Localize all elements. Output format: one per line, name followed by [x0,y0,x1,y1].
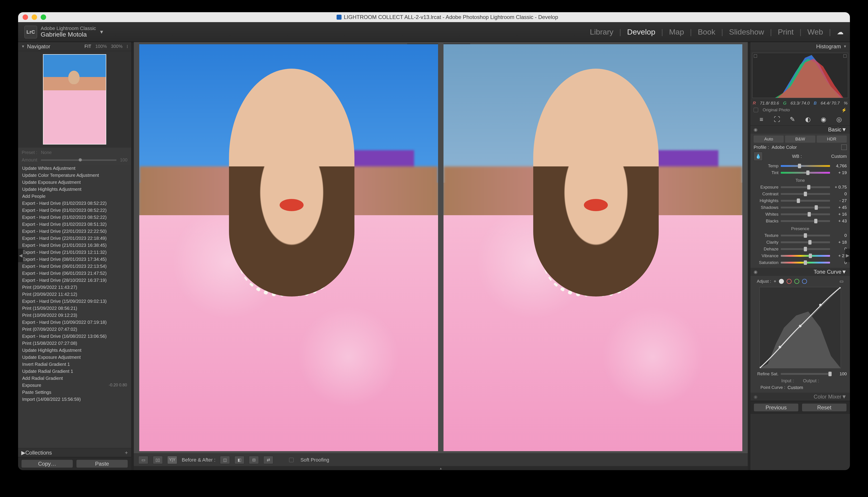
blacks-slider[interactable] [781,220,830,222]
zoom-window-button[interactable] [41,14,46,20]
history-item[interactable]: Update Exposure Adjustment [18,179,131,186]
curve-channel-green[interactable] [794,279,799,284]
module-library[interactable]: Library [590,28,614,37]
history-item[interactable]: Update Highlights Adjustment [18,186,131,193]
original-photo-checkbox[interactable] [754,108,758,112]
ba-swap-button[interactable]: ⇄ [263,456,273,464]
lightning-icon[interactable]: ⚡ [841,108,847,113]
history-item[interactable]: Print (15/08/2022 07:27:08) [18,340,131,347]
history-item[interactable]: Export - Hard Drive (16/08/2022 13:06:56… [18,333,131,340]
history-item[interactable]: Update Radial Gradient 1 [18,368,131,375]
texture-slider[interactable] [781,235,830,237]
history-item[interactable]: Export - Hard Drive (28/10/2022 16:37:19… [18,277,131,284]
left-panel-collapse-handle[interactable]: ◀ [18,248,23,262]
profile-browser-icon[interactable] [841,144,847,150]
saturation-value[interactable]: 0 [832,260,847,265]
history-item[interactable]: Update Exposure Adjustment [18,354,131,361]
cloud-sync-icon[interactable]: ☁ [837,28,844,36]
healing-icon[interactable]: ✎ [788,115,797,124]
histogram-display[interactable] [752,53,848,98]
history-item[interactable]: Exposure-0.20 0.80 [18,382,131,389]
blacks-value[interactable]: + 43 [832,218,847,224]
history-item[interactable]: Export - Hard Drive (01/02/2023 08:51:32… [18,221,131,228]
right-panel-collapse-handle[interactable]: ▶ [845,248,850,262]
tint-slider[interactable] [781,172,830,174]
disclosure-triangle-icon[interactable]: ▶ [21,450,25,456]
zoom-100[interactable]: 100% [95,44,107,49]
previous-button[interactable]: Previous [754,403,799,412]
highlight-clipping-toggle[interactable] [843,54,846,58]
crop-icon[interactable]: ⛶ [773,115,781,124]
history-item[interactable]: Export - Hard Drive (01/02/2023 08:52:22… [18,214,131,221]
history-item[interactable]: Update Whites Adjustment [18,165,131,172]
compare-view-button[interactable]: ▯▯ [153,456,163,464]
curve-channel-rgb[interactable] [779,279,784,284]
wb-eyedropper-icon[interactable]: 💧 [754,152,763,161]
profile-value[interactable]: Adobe Color [772,145,797,150]
radial-gradient-icon[interactable]: ◎ [835,115,843,124]
navigator-thumbnail[interactable] [43,54,106,144]
temp-slider[interactable] [781,165,830,167]
reset-button[interactable]: Reset [802,403,847,412]
history-item[interactable]: Paste Settings [18,389,131,396]
history-item[interactable]: Export - Hard Drive (22/01/2023 22:18:49… [18,235,131,242]
dehaze-value[interactable]: 0 [832,246,847,252]
ba-side-by-side-button[interactable]: ◫ [220,456,230,464]
history-item[interactable]: Print (20/09/2022 11:42:12) [18,291,131,298]
zoom-300[interactable]: 300% [111,44,123,49]
history-item[interactable]: Export - Hard Drive (10/09/2022 07:19:18… [18,319,131,326]
loupe-view-button[interactable]: ▭ [138,456,148,464]
ba-split-button[interactable]: ◧ [234,456,244,464]
soft-proofing-checkbox[interactable] [289,458,294,462]
history-item[interactable]: Update Highlights Adjustment [18,347,131,354]
history-item[interactable]: Add People [18,193,131,200]
whites-value[interactable]: + 16 [832,212,847,217]
zoom-menu-caret-icon[interactable]: ⁞ [127,44,128,49]
vibrance-value[interactable]: + 21 [832,253,847,258]
tone-curve-header[interactable]: ◉ Tone Curve ▼ [750,268,850,276]
curve-mode-icon[interactable]: ▭ [840,279,844,284]
history-item[interactable]: Export - Hard Drive (01/02/2023 08:52:22… [18,200,131,207]
tone-curve-editor[interactable] [759,287,841,368]
highlights-slider[interactable] [781,200,830,202]
copy-button[interactable]: Copy… [21,459,73,468]
panel-visibility-icon[interactable]: ◉ [754,127,757,132]
shadow-clipping-toggle[interactable] [754,54,757,58]
refine-sat-slider[interactable] [781,373,830,375]
vibrance-slider[interactable] [781,255,830,257]
auto-button[interactable]: Auto [754,136,784,143]
ba-top-bottom-button[interactable]: ⊟ [249,456,259,464]
history-item[interactable]: Print (20/09/2022 11:43:27) [18,284,131,291]
bw-button[interactable]: B&W [785,136,815,143]
history-item[interactable]: Export - Hard Drive (06/01/2023 22:13:54… [18,263,131,270]
temp-value[interactable]: 4,766 [832,164,847,168]
edit-sliders-icon[interactable]: ≡ [757,115,766,124]
curve-channel-red[interactable] [787,279,791,284]
contrast-slider[interactable] [781,193,830,195]
module-map[interactable]: Map [669,28,684,37]
disclosure-triangle-icon[interactable]: ▼ [843,44,847,48]
history-item[interactable]: Print (07/09/2022 07:47:02) [18,326,131,333]
after-pane[interactable]: After [443,44,742,451]
shadows-value[interactable]: + 45 [832,205,847,210]
before-after-view-button[interactable]: Y|Y [167,456,177,464]
filmstrip-toggle[interactable]: ▴ [134,466,748,470]
history-item[interactable]: Update Color Temperature Adjustment [18,172,131,179]
clarity-slider[interactable] [781,241,830,243]
paste-button[interactable]: Paste [76,459,128,468]
panel-visibility-icon[interactable]: ◉ [754,394,757,399]
history-item[interactable]: Print (10/09/2022 09:12:23) [18,312,131,319]
history-item[interactable]: Export - Hard Drive (22/01/2023 22:22:50… [18,228,131,235]
point-curve-value[interactable]: Custom [787,385,803,390]
history-item[interactable]: Print (15/09/2022 08:56:21) [18,305,131,312]
history-item[interactable]: Invert Radial Gradient 1 [18,361,131,368]
minimize-window-button[interactable] [32,14,37,20]
before-pane[interactable]: Before [139,44,438,451]
history-item[interactable]: Import (14/08/2022 15:56:59) [18,396,131,403]
module-book[interactable]: Book [698,28,715,37]
hdr-button[interactable]: HDR [817,136,847,143]
highlights-value[interactable]: - 27 [832,198,847,203]
dehaze-slider[interactable] [781,248,830,250]
add-collection-button[interactable]: + [125,450,128,456]
panel-visibility-icon[interactable]: ◉ [754,269,757,274]
